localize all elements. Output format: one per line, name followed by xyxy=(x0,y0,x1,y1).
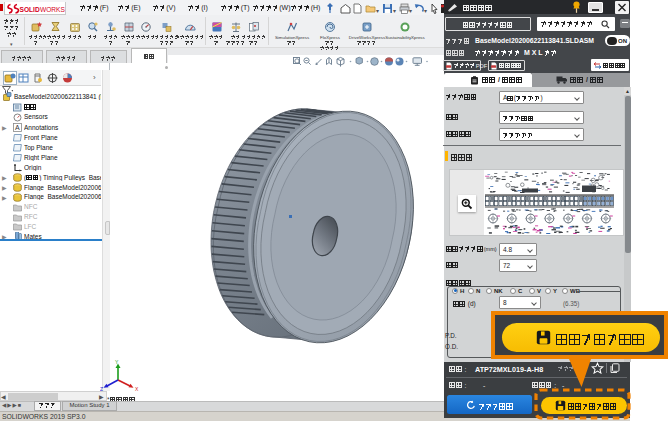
svg-text:X: X xyxy=(135,386,139,392)
svg-text:Y: Y xyxy=(115,360,119,365)
